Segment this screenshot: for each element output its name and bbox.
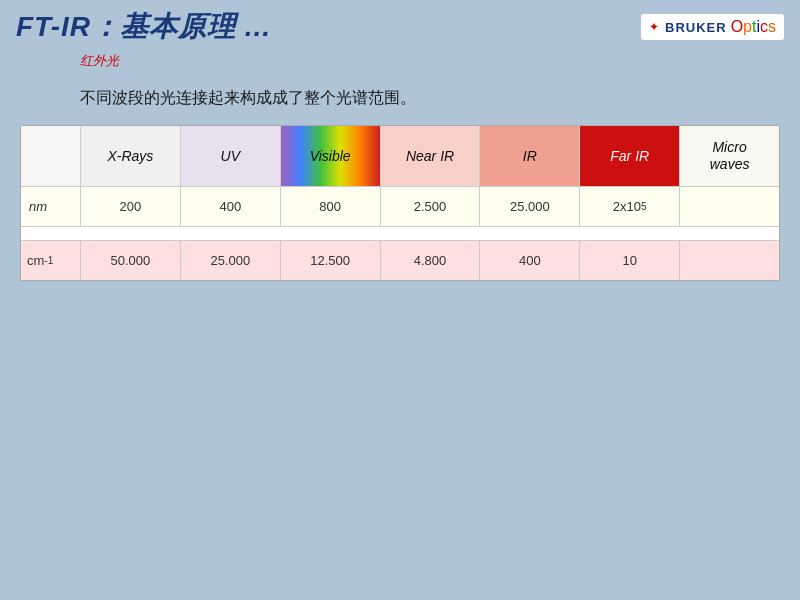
superscript-minus1: -1 [44,255,53,266]
spectrum-table: X-Rays UV Visible Near IR IR Far IR Micr… [20,125,780,281]
gap-row [21,226,779,240]
nm-val-200: 200 [81,187,181,226]
superscript-5: 5 [641,201,647,212]
cm-row: cm-1 50.000 25.000 12.500 4.800 400 10 [21,240,779,280]
cm-val-10: 10 [580,241,680,280]
cm-val-12500: 12.500 [281,241,381,280]
cm-val-4800: 4.800 [381,241,481,280]
nm-val-25000: 25.000 [480,187,580,226]
spectrum-row: X-Rays UV Visible Near IR IR Far IR Micr… [21,126,779,186]
page-title: FT-IR：基本原理 ... [16,8,271,46]
description: 不同波段的光连接起来构成成了整个光谱范围。 [0,78,800,125]
cm-values: 50.000 25.000 12.500 4.800 400 10 [81,241,779,280]
spectrum-cells: X-Rays UV Visible Near IR IR Far IR Micr… [81,126,779,186]
logo-bruker: BRUKER [665,20,727,35]
nm-val-empty [680,187,779,226]
cm-val-400: 400 [480,241,580,280]
spectrum-nearir: Near IR [381,126,481,186]
spectrum-microwaves: Microwaves [680,126,779,186]
spectrum-visible: Visible [281,126,381,186]
spectrum-xrays: X-Rays [81,126,181,186]
logo-cross-icon: ✦ [649,20,659,34]
cm-val-25000: 25.000 [181,241,281,280]
nm-val-2500: 2.500 [381,187,481,226]
cm-val-empty [680,241,779,280]
nm-row: nm 200 400 800 2.500 25.000 2x105 [21,186,779,226]
nm-val-800: 800 [281,187,381,226]
nm-val-2e5: 2x105 [580,187,680,226]
nm-values: 200 400 800 2.500 25.000 2x105 [81,187,779,226]
logo-area: ✦ BRUKER Optics [641,14,784,40]
nm-label: nm [21,187,81,226]
spectrum-uv: UV [181,126,281,186]
subtitle: 红外光 [0,50,800,78]
spectrum-ir: IR [480,126,580,186]
cm-label: cm-1 [21,241,81,280]
spectrum-label-empty [21,126,81,186]
logo-optics: Optics [731,18,776,36]
header: FT-IR：基本原理 ... ✦ BRUKER Optics [0,0,800,50]
nm-val-400: 400 [181,187,281,226]
cm-val-50000: 50.000 [81,241,181,280]
spectrum-farir: Far IR [580,126,680,186]
